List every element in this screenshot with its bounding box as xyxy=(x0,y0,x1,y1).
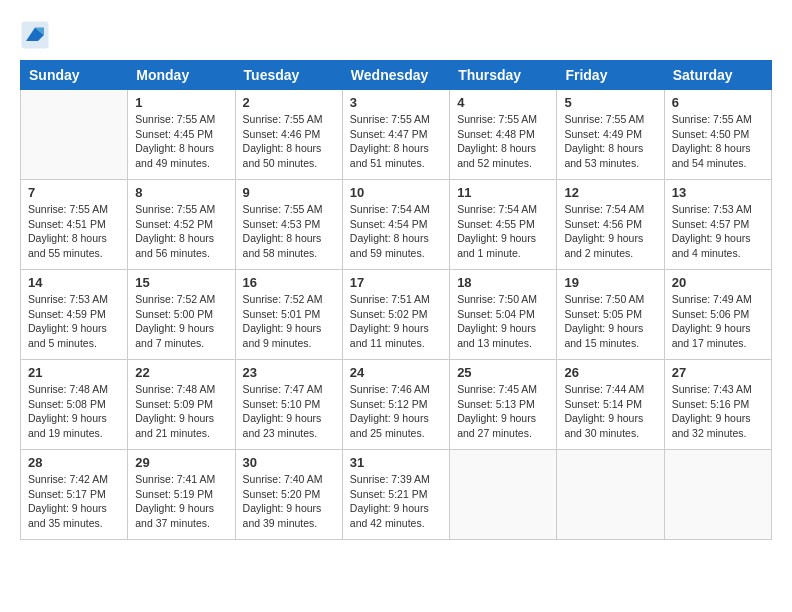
day-number: 21 xyxy=(28,365,120,380)
day-number: 18 xyxy=(457,275,549,290)
day-number: 17 xyxy=(350,275,442,290)
weekday-header-saturday: Saturday xyxy=(664,61,771,90)
day-info: Sunrise: 7:50 AM Sunset: 5:04 PM Dayligh… xyxy=(457,292,549,351)
day-number: 15 xyxy=(135,275,227,290)
weekday-header-wednesday: Wednesday xyxy=(342,61,449,90)
day-info: Sunrise: 7:48 AM Sunset: 5:08 PM Dayligh… xyxy=(28,382,120,441)
day-info: Sunrise: 7:44 AM Sunset: 5:14 PM Dayligh… xyxy=(564,382,656,441)
day-info: Sunrise: 7:55 AM Sunset: 4:49 PM Dayligh… xyxy=(564,112,656,171)
day-info: Sunrise: 7:50 AM Sunset: 5:05 PM Dayligh… xyxy=(564,292,656,351)
day-info: Sunrise: 7:40 AM Sunset: 5:20 PM Dayligh… xyxy=(243,472,335,531)
day-info: Sunrise: 7:46 AM Sunset: 5:12 PM Dayligh… xyxy=(350,382,442,441)
page-header xyxy=(20,20,772,50)
day-number: 14 xyxy=(28,275,120,290)
calendar-cell: 14Sunrise: 7:53 AM Sunset: 4:59 PM Dayli… xyxy=(21,270,128,360)
calendar-cell: 2Sunrise: 7:55 AM Sunset: 4:46 PM Daylig… xyxy=(235,90,342,180)
day-number: 20 xyxy=(672,275,764,290)
calendar-cell: 30Sunrise: 7:40 AM Sunset: 5:20 PM Dayli… xyxy=(235,450,342,540)
day-info: Sunrise: 7:55 AM Sunset: 4:47 PM Dayligh… xyxy=(350,112,442,171)
weekday-header-sunday: Sunday xyxy=(21,61,128,90)
calendar-cell: 31Sunrise: 7:39 AM Sunset: 5:21 PM Dayli… xyxy=(342,450,449,540)
day-number: 11 xyxy=(457,185,549,200)
day-number: 24 xyxy=(350,365,442,380)
day-number: 1 xyxy=(135,95,227,110)
day-info: Sunrise: 7:48 AM Sunset: 5:09 PM Dayligh… xyxy=(135,382,227,441)
day-info: Sunrise: 7:49 AM Sunset: 5:06 PM Dayligh… xyxy=(672,292,764,351)
calendar-cell: 20Sunrise: 7:49 AM Sunset: 5:06 PM Dayli… xyxy=(664,270,771,360)
day-info: Sunrise: 7:52 AM Sunset: 5:00 PM Dayligh… xyxy=(135,292,227,351)
day-number: 13 xyxy=(672,185,764,200)
weekday-header-thursday: Thursday xyxy=(450,61,557,90)
day-number: 30 xyxy=(243,455,335,470)
calendar-cell: 3Sunrise: 7:55 AM Sunset: 4:47 PM Daylig… xyxy=(342,90,449,180)
day-info: Sunrise: 7:55 AM Sunset: 4:51 PM Dayligh… xyxy=(28,202,120,261)
calendar-cell: 28Sunrise: 7:42 AM Sunset: 5:17 PM Dayli… xyxy=(21,450,128,540)
calendar-cell: 27Sunrise: 7:43 AM Sunset: 5:16 PM Dayli… xyxy=(664,360,771,450)
weekday-header-monday: Monday xyxy=(128,61,235,90)
calendar-cell xyxy=(21,90,128,180)
calendar-cell: 8Sunrise: 7:55 AM Sunset: 4:52 PM Daylig… xyxy=(128,180,235,270)
calendar-cell: 29Sunrise: 7:41 AM Sunset: 5:19 PM Dayli… xyxy=(128,450,235,540)
day-info: Sunrise: 7:51 AM Sunset: 5:02 PM Dayligh… xyxy=(350,292,442,351)
calendar-cell xyxy=(557,450,664,540)
day-number: 7 xyxy=(28,185,120,200)
day-info: Sunrise: 7:39 AM Sunset: 5:21 PM Dayligh… xyxy=(350,472,442,531)
day-number: 4 xyxy=(457,95,549,110)
calendar-cell: 1Sunrise: 7:55 AM Sunset: 4:45 PM Daylig… xyxy=(128,90,235,180)
calendar-cell: 26Sunrise: 7:44 AM Sunset: 5:14 PM Dayli… xyxy=(557,360,664,450)
weekday-header-tuesday: Tuesday xyxy=(235,61,342,90)
calendar-cell: 7Sunrise: 7:55 AM Sunset: 4:51 PM Daylig… xyxy=(21,180,128,270)
day-number: 9 xyxy=(243,185,335,200)
day-info: Sunrise: 7:45 AM Sunset: 5:13 PM Dayligh… xyxy=(457,382,549,441)
day-info: Sunrise: 7:54 AM Sunset: 4:55 PM Dayligh… xyxy=(457,202,549,261)
logo xyxy=(20,20,54,50)
calendar-week-row: 14Sunrise: 7:53 AM Sunset: 4:59 PM Dayli… xyxy=(21,270,772,360)
day-number: 22 xyxy=(135,365,227,380)
day-number: 5 xyxy=(564,95,656,110)
calendar-week-row: 21Sunrise: 7:48 AM Sunset: 5:08 PM Dayli… xyxy=(21,360,772,450)
day-number: 8 xyxy=(135,185,227,200)
calendar-cell: 25Sunrise: 7:45 AM Sunset: 5:13 PM Dayli… xyxy=(450,360,557,450)
day-info: Sunrise: 7:55 AM Sunset: 4:52 PM Dayligh… xyxy=(135,202,227,261)
day-number: 10 xyxy=(350,185,442,200)
calendar-cell: 5Sunrise: 7:55 AM Sunset: 4:49 PM Daylig… xyxy=(557,90,664,180)
day-number: 2 xyxy=(243,95,335,110)
day-number: 27 xyxy=(672,365,764,380)
calendar-cell: 11Sunrise: 7:54 AM Sunset: 4:55 PM Dayli… xyxy=(450,180,557,270)
day-info: Sunrise: 7:55 AM Sunset: 4:46 PM Dayligh… xyxy=(243,112,335,171)
calendar-cell: 16Sunrise: 7:52 AM Sunset: 5:01 PM Dayli… xyxy=(235,270,342,360)
weekday-header-friday: Friday xyxy=(557,61,664,90)
day-info: Sunrise: 7:43 AM Sunset: 5:16 PM Dayligh… xyxy=(672,382,764,441)
day-number: 29 xyxy=(135,455,227,470)
calendar-table: SundayMondayTuesdayWednesdayThursdayFrid… xyxy=(20,60,772,540)
day-number: 12 xyxy=(564,185,656,200)
day-number: 16 xyxy=(243,275,335,290)
calendar-cell: 23Sunrise: 7:47 AM Sunset: 5:10 PM Dayli… xyxy=(235,360,342,450)
day-info: Sunrise: 7:54 AM Sunset: 4:56 PM Dayligh… xyxy=(564,202,656,261)
day-number: 3 xyxy=(350,95,442,110)
day-number: 31 xyxy=(350,455,442,470)
day-info: Sunrise: 7:47 AM Sunset: 5:10 PM Dayligh… xyxy=(243,382,335,441)
calendar-cell xyxy=(450,450,557,540)
calendar-cell: 24Sunrise: 7:46 AM Sunset: 5:12 PM Dayli… xyxy=(342,360,449,450)
day-number: 6 xyxy=(672,95,764,110)
calendar-cell: 17Sunrise: 7:51 AM Sunset: 5:02 PM Dayli… xyxy=(342,270,449,360)
calendar-cell: 12Sunrise: 7:54 AM Sunset: 4:56 PM Dayli… xyxy=(557,180,664,270)
day-number: 26 xyxy=(564,365,656,380)
day-info: Sunrise: 7:55 AM Sunset: 4:48 PM Dayligh… xyxy=(457,112,549,171)
day-number: 23 xyxy=(243,365,335,380)
day-info: Sunrise: 7:55 AM Sunset: 4:45 PM Dayligh… xyxy=(135,112,227,171)
calendar-week-row: 7Sunrise: 7:55 AM Sunset: 4:51 PM Daylig… xyxy=(21,180,772,270)
calendar-cell: 22Sunrise: 7:48 AM Sunset: 5:09 PM Dayli… xyxy=(128,360,235,450)
calendar-cell: 6Sunrise: 7:55 AM Sunset: 4:50 PM Daylig… xyxy=(664,90,771,180)
calendar-cell: 15Sunrise: 7:52 AM Sunset: 5:00 PM Dayli… xyxy=(128,270,235,360)
day-info: Sunrise: 7:53 AM Sunset: 4:59 PM Dayligh… xyxy=(28,292,120,351)
day-info: Sunrise: 7:42 AM Sunset: 5:17 PM Dayligh… xyxy=(28,472,120,531)
calendar-cell xyxy=(664,450,771,540)
day-info: Sunrise: 7:55 AM Sunset: 4:50 PM Dayligh… xyxy=(672,112,764,171)
calendar-week-row: 28Sunrise: 7:42 AM Sunset: 5:17 PM Dayli… xyxy=(21,450,772,540)
day-number: 25 xyxy=(457,365,549,380)
calendar-cell: 4Sunrise: 7:55 AM Sunset: 4:48 PM Daylig… xyxy=(450,90,557,180)
logo-icon xyxy=(20,20,50,50)
calendar-cell: 18Sunrise: 7:50 AM Sunset: 5:04 PM Dayli… xyxy=(450,270,557,360)
